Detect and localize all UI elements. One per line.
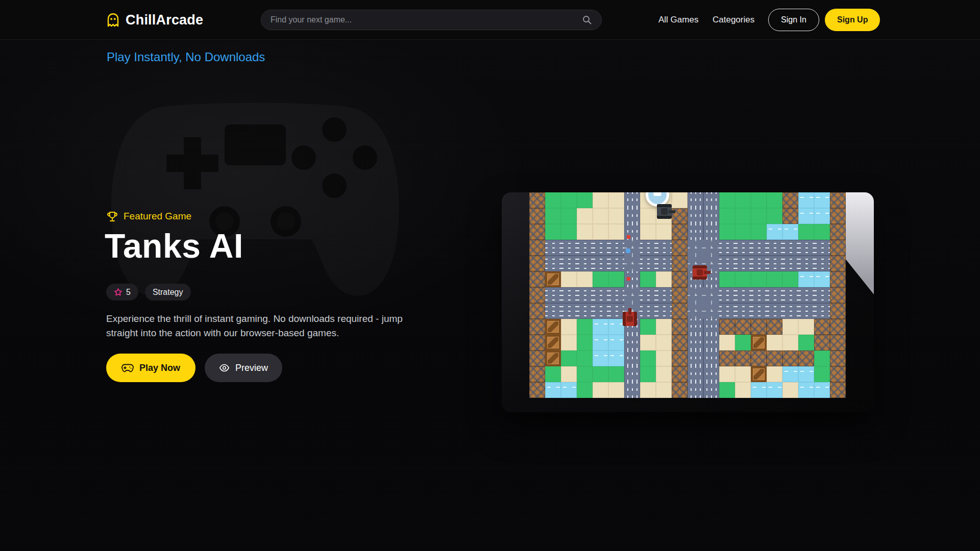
tile-road-horizontal (719, 303, 735, 319)
tank-dark (657, 204, 672, 219)
tile-road-vertical (624, 350, 640, 366)
sign-up-button[interactable]: Sign Up (825, 9, 880, 31)
search-bar[interactable] (261, 10, 602, 30)
tile-road-horizontal (561, 287, 577, 303)
tile-grass (593, 366, 608, 382)
tile-road-horizontal (640, 240, 656, 256)
tile-road-horizontal (751, 256, 767, 271)
tile-road-horizontal (767, 256, 782, 271)
tile-road-horizontal (782, 287, 798, 303)
tile-grass (561, 350, 577, 366)
tile-road-horizontal (545, 240, 561, 256)
tile-grass (767, 192, 782, 208)
tile-road-vertical (703, 224, 719, 240)
tile-water (798, 208, 814, 224)
tile-water (608, 335, 624, 350)
search-icon[interactable] (582, 15, 592, 25)
tile-water (798, 192, 814, 208)
tile-crate (751, 335, 767, 350)
preview-button[interactable]: Preview (205, 354, 282, 382)
tile-brick-wall (830, 319, 846, 335)
search-input[interactable] (271, 15, 582, 24)
tile-road-horizontal (814, 256, 830, 271)
tile-brick-wall (830, 224, 846, 240)
tile-road-horizontal (545, 303, 561, 319)
tile-brick-wall (814, 319, 830, 335)
tile-road-horizontal (719, 256, 735, 271)
tile-brick-wall (830, 208, 846, 224)
trophy-icon (106, 210, 118, 222)
tile-road-crossing (688, 303, 703, 319)
tile-grass (719, 382, 735, 398)
tile-brick-wall (529, 240, 545, 256)
tile-grass (640, 366, 656, 382)
tile-sand (561, 319, 577, 335)
tile-water (593, 319, 608, 335)
sign-in-button[interactable]: Sign In (768, 9, 819, 31)
tile-brick-wall (529, 350, 545, 366)
tile-road-horizontal (782, 240, 798, 256)
tile-road-horizontal (593, 240, 608, 256)
tile-water (593, 350, 608, 366)
tile-brick-wall (529, 271, 545, 287)
tile-sand (656, 335, 672, 350)
tile-brick-wall (529, 256, 545, 271)
tile-brick-wall (719, 350, 735, 366)
tile-brick-wall (529, 287, 545, 303)
tile-brick-wall (529, 192, 545, 208)
tile-brick-wall (814, 335, 830, 350)
tile-road-horizontal (593, 256, 608, 271)
tile-road-horizontal (656, 256, 672, 271)
tile-road-horizontal (735, 287, 751, 303)
tile-sand (782, 382, 798, 398)
tile-sand (608, 192, 624, 208)
tile-brick-wall (672, 240, 688, 256)
cta-row: Play Now Preview (106, 354, 282, 382)
game-title: Tanks AI (105, 227, 243, 265)
tile-road-vertical (688, 350, 703, 366)
tile-road-horizontal (719, 287, 735, 303)
category-badge: Strategy (145, 284, 191, 300)
tile-grass (767, 208, 782, 224)
tile-water (751, 382, 767, 398)
tile-water (814, 271, 830, 287)
tile-sand (735, 382, 751, 398)
tile-road-horizontal (561, 303, 577, 319)
nav-categories[interactable]: Categories (713, 0, 754, 40)
tile-road-vertical (688, 208, 703, 224)
tile-grass (640, 271, 656, 287)
tile-road-horizontal (767, 287, 782, 303)
tile-grass (593, 271, 608, 287)
tile-road-horizontal (656, 303, 672, 319)
play-now-button[interactable]: Play Now (106, 354, 195, 382)
tile-road-vertical (703, 319, 719, 335)
tile-brick-wall (672, 256, 688, 271)
brand-logo[interactable]: ChillArcade (106, 0, 203, 40)
tile-sand (608, 208, 624, 224)
tile-road-horizontal (767, 240, 782, 256)
tile-sand (593, 208, 608, 224)
play-now-label: Play Now (139, 363, 180, 373)
tile-brick-wall (672, 303, 688, 319)
featured-game-label: Featured Game (124, 211, 191, 222)
tile-road-vertical (688, 224, 703, 240)
tile-brick-wall (782, 350, 798, 366)
tile-road-vertical (624, 366, 640, 382)
bullet-red (627, 235, 630, 239)
tile-sand (782, 319, 798, 335)
tile-crate (751, 366, 767, 382)
game-preview-card[interactable] (502, 192, 874, 412)
tile-grass (608, 366, 624, 382)
nav-all-games[interactable]: All Games (658, 0, 698, 40)
tile-sand (593, 224, 608, 240)
tile-grass (782, 271, 798, 287)
tile-sand (767, 335, 782, 350)
tile-road-horizontal (814, 240, 830, 256)
tile-road-horizontal (782, 256, 798, 271)
tile-grass (577, 335, 593, 350)
tile-road-horizontal (798, 240, 814, 256)
tile-water (782, 366, 798, 382)
rating-badge: 5 (106, 284, 138, 300)
hero-tagline: Play Instantly, No Downloads (107, 50, 265, 64)
tile-road-vertical (688, 319, 703, 335)
